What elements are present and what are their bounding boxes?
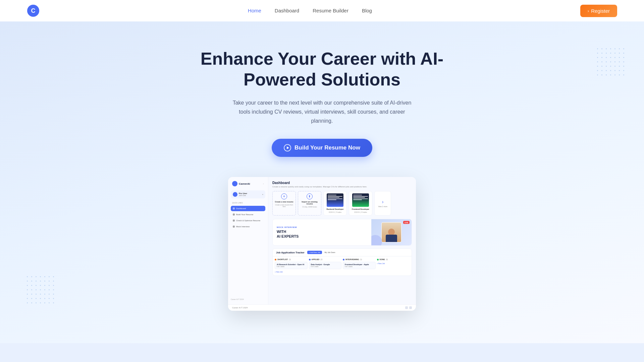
jt-card-title: Frontend Developer - Apple bbox=[345, 263, 374, 265]
jt-col-shortlist: SHORTLIST (3) AI Research Scientist - Op… bbox=[275, 258, 308, 274]
view-more-arrow-icon: › bbox=[382, 199, 384, 204]
resume-preview-thumbnail bbox=[327, 193, 343, 207]
jt-card: Frontend Developer - Apple 0 of 1 tasks bbox=[343, 262, 376, 269]
card-sub: Create a new resume from here bbox=[275, 204, 293, 207]
app-sidebar: CareerAI ≡ Pro User John Doe ▾ QUICK LIN… bbox=[228, 177, 268, 304]
jt-card: AI Research Scientist - Open AI 0 of 1 t… bbox=[275, 262, 308, 269]
jt-col-interviewing: INTERVIEWING (1) Frontend Developer - Ap… bbox=[343, 258, 376, 274]
nav-dashboard[interactable]: Dashboard bbox=[275, 8, 299, 13]
app-user-sub: John Doe bbox=[239, 194, 261, 196]
mock-interview-section: MOCK INTERVIEW WITH AI EXPERTS bbox=[272, 219, 412, 246]
resume-cards-row: + Create a new resume Create a new resum… bbox=[272, 191, 412, 216]
card-label: Backend Developer bbox=[326, 208, 343, 210]
jt-col-header: APPLIED (2) bbox=[309, 258, 342, 260]
jt-card: Data Analyst - Google 0 of 1 tasks bbox=[309, 262, 342, 269]
dots-bottom-left: for(let i=0;i<49;i++) document.write('<d… bbox=[27, 276, 54, 303]
hero-content: Enhance Your Career with AI-Powered Solu… bbox=[191, 48, 453, 157]
import-icon: ⬆ bbox=[307, 193, 313, 199]
import-resume-card[interactable]: ⬆ Import an existing resume Or drop, 00/… bbox=[298, 191, 321, 216]
app-main-sub: Create a resume quickly and easily using… bbox=[272, 186, 412, 188]
person-head bbox=[388, 229, 395, 235]
sidebar-nav-dashboard[interactable]: Dashboard bbox=[231, 206, 265, 211]
cta-label: Build Your Resume Now bbox=[294, 144, 360, 151]
nav-blog[interactable]: Blog bbox=[362, 8, 372, 13]
arrow-icon: › bbox=[588, 8, 589, 13]
jt-card-sub: 0 of 1 tasks bbox=[311, 266, 340, 267]
col-count: (0) bbox=[386, 258, 388, 260]
bottom-icon-1 bbox=[405, 306, 408, 309]
bottom-logo-text: Career AI © 2024 bbox=[232, 307, 248, 309]
jt-col-applied: APPLIED (2) Data Analyst - Google 0 of 1… bbox=[309, 258, 342, 274]
card-sub: Or drop, 00/KB boxes bbox=[302, 206, 317, 208]
hero-title: Enhance Your Career with AI-Powered Solu… bbox=[191, 48, 453, 90]
col-name: APPLIED bbox=[312, 258, 320, 260]
app-user-info: Pro User John Doe bbox=[239, 192, 261, 196]
register-button[interactable]: › Register bbox=[580, 5, 617, 17]
app-logo: CareerAI ≡ bbox=[231, 181, 265, 186]
nav-dot bbox=[233, 226, 235, 228]
sidebar-nav-build-resume[interactable]: Build Your Resume bbox=[231, 212, 265, 217]
view-more-text: View 1 more bbox=[378, 205, 387, 207]
navbar: C Home Dashboard Resume Builder Blog › R… bbox=[0, 0, 644, 21]
view-more-card[interactable]: › View 1 more bbox=[374, 191, 391, 216]
jt-columns: SHORTLIST (3) AI Research Scientist - Op… bbox=[273, 256, 412, 276]
jt-my-jobs: My Job Seen bbox=[325, 251, 335, 253]
nav-dot bbox=[233, 220, 235, 222]
col-count: (2) bbox=[320, 258, 322, 260]
logo-area: C bbox=[27, 4, 40, 17]
card-label: Frontend Developer bbox=[352, 208, 369, 210]
app-user-row: Pro User John Doe ▾ bbox=[231, 190, 265, 198]
jt-title: Job Application Tracker bbox=[276, 251, 305, 254]
jt-card-title: Data Analyst - Google bbox=[311, 263, 340, 265]
app-screenshot: CareerAI ≡ Pro User John Doe ▾ QUICK LIN… bbox=[228, 177, 416, 311]
sidebar-nav-label: Mock Interview bbox=[236, 226, 250, 228]
nav-dot bbox=[233, 214, 235, 216]
col-dot-done bbox=[377, 259, 379, 260]
frontend-dev-card[interactable]: Frontend Developer 2018-8-1 | 8 trades bbox=[349, 191, 372, 216]
add-icon: + bbox=[281, 193, 287, 199]
decorative-shape bbox=[371, 235, 382, 246]
svg-text:C: C bbox=[31, 7, 36, 14]
col-count: (3) bbox=[289, 258, 291, 260]
nav-home[interactable]: Home bbox=[248, 8, 261, 13]
sidebar-nav-optimize[interactable]: Check & Optimize Resume bbox=[231, 218, 265, 223]
cta-button[interactable]: Build Your Resume Now bbox=[272, 139, 372, 157]
mi-title-line2: AI EXPERTS bbox=[277, 234, 367, 239]
jt-col-header: INTERVIEWING (1) bbox=[343, 258, 376, 260]
person-body bbox=[386, 235, 397, 242]
app-main-title: Dashboard bbox=[272, 181, 412, 185]
mi-tag: MOCK INTERVIEW bbox=[277, 226, 367, 228]
add-new-job-button[interactable]: + Add New Job bbox=[307, 251, 322, 254]
app-bottom-bar: Career AI © 2024 bbox=[228, 304, 416, 311]
live-badge: LIVE bbox=[403, 221, 410, 224]
nav-dot bbox=[233, 207, 235, 209]
person-thumbnail bbox=[381, 222, 401, 242]
jt-card-sub: 0 of 1 tasks bbox=[345, 266, 374, 267]
col-name: INTERVIEWING bbox=[345, 258, 359, 260]
logo-icon: C bbox=[27, 4, 40, 17]
jt-col-header: SHORTLIST (3) bbox=[275, 258, 308, 260]
app-main: Dashboard Create a resume quickly and ea… bbox=[268, 177, 416, 304]
backend-dev-card[interactable]: Backend Developer 2018-8-1 | 5 trades bbox=[323, 191, 347, 216]
hero-section: for(let i=0;i<49;i++) document.write('<d… bbox=[0, 21, 644, 343]
bottom-icons bbox=[405, 306, 412, 309]
jt-new-job-shortlist[interactable]: + New Job bbox=[275, 270, 308, 274]
jt-col-header: DONE (0) bbox=[377, 258, 410, 260]
jt-card-sub: 0 of 1 tasks bbox=[277, 266, 306, 267]
sidebar-footer: Career AI © 2024 bbox=[229, 297, 245, 302]
nav-resume-builder[interactable]: Resume Builder bbox=[313, 8, 348, 13]
col-name: DONE bbox=[380, 258, 385, 260]
quick-links-label: QUICK LINKS bbox=[231, 202, 265, 204]
nav-links: Home Dashboard Resume Builder Blog bbox=[248, 8, 372, 14]
col-dot-shortlist bbox=[275, 259, 276, 260]
card-label: Create a new resume bbox=[275, 201, 293, 203]
play-icon bbox=[284, 144, 291, 152]
job-tracker-header: Job Application Tracker + Add New Job My… bbox=[273, 249, 412, 256]
jt-new-job-done[interactable]: + New Job bbox=[377, 262, 410, 265]
sidebar-nav-mock-interview[interactable]: Mock Interview bbox=[231, 224, 265, 229]
app-logo-dot bbox=[232, 181, 237, 186]
jt-card-title: AI Research Scientist - Open AI bbox=[277, 263, 306, 265]
sidebar-nav-label: Build Your Resume bbox=[236, 214, 253, 216]
add-new-resume-card[interactable]: + Create a new resume Create a new resum… bbox=[272, 191, 296, 216]
sidebar-nav-label: Check & Optimize Resume bbox=[236, 220, 260, 222]
